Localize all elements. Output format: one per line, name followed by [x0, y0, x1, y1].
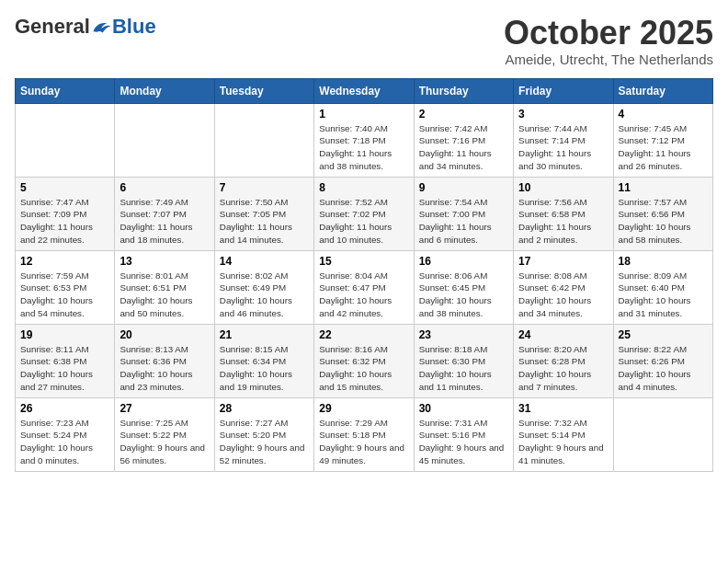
calendar-cell: 7Sunrise: 7:50 AMSunset: 7:05 PMDaylight…	[214, 177, 313, 250]
calendar-cell: 11Sunrise: 7:57 AMSunset: 6:56 PMDayligh…	[613, 177, 712, 250]
logo-blue-text: Blue	[112, 15, 156, 39]
calendar-cell: 16Sunrise: 8:06 AMSunset: 6:45 PMDayligh…	[414, 250, 513, 324]
day-info: Sunrise: 8:01 AMSunset: 6:51 PMDaylight:…	[119, 270, 209, 320]
calendar-cell: 10Sunrise: 7:56 AMSunset: 6:58 PMDayligh…	[514, 177, 613, 250]
day-number: 4	[619, 108, 708, 121]
day-number: 20	[119, 328, 209, 341]
day-number: 19	[20, 328, 109, 341]
weekday-header-monday: Monday	[115, 78, 214, 103]
day-number: 6	[119, 181, 209, 194]
calendar-week-row: 12Sunrise: 7:59 AMSunset: 6:53 PMDayligh…	[16, 250, 713, 324]
day-info: Sunrise: 7:45 AMSunset: 7:12 PMDaylight:…	[619, 122, 708, 173]
calendar-cell: 8Sunrise: 7:52 AMSunset: 7:02 PMDaylight…	[314, 177, 414, 250]
day-number: 11	[619, 181, 708, 194]
calendar-cell: 29Sunrise: 7:29 AMSunset: 5:18 PMDayligh…	[314, 397, 414, 471]
weekday-header-tuesday: Tuesday	[214, 78, 313, 103]
page-header: General Blue October 2025 Ameide, Utrech…	[15, 15, 713, 67]
day-info: Sunrise: 7:27 AMSunset: 5:20 PMDaylight:…	[220, 417, 309, 467]
calendar-cell: 1Sunrise: 7:40 AMSunset: 7:18 PMDaylight…	[314, 103, 414, 177]
calendar-cell	[214, 103, 313, 177]
calendar-cell: 27Sunrise: 7:25 AMSunset: 5:22 PMDayligh…	[115, 397, 214, 471]
calendar-cell: 19Sunrise: 8:11 AMSunset: 6:38 PMDayligh…	[16, 324, 115, 397]
day-number: 5	[20, 181, 109, 194]
day-number: 31	[518, 402, 608, 415]
day-info: Sunrise: 8:08 AMSunset: 6:42 PMDaylight:…	[518, 270, 608, 320]
day-info: Sunrise: 7:29 AMSunset: 5:18 PMDaylight:…	[319, 417, 408, 467]
day-number: 16	[419, 255, 508, 268]
day-info: Sunrise: 7:42 AMSunset: 7:16 PMDaylight:…	[419, 122, 508, 173]
day-number: 25	[619, 328, 708, 341]
day-info: Sunrise: 8:02 AMSunset: 6:49 PMDaylight:…	[220, 270, 309, 320]
day-info: Sunrise: 8:18 AMSunset: 6:30 PMDaylight:…	[419, 343, 508, 394]
calendar-week-row: 26Sunrise: 7:23 AMSunset: 5:24 PMDayligh…	[16, 397, 713, 471]
day-info: Sunrise: 7:23 AMSunset: 5:24 PMDaylight:…	[20, 417, 109, 467]
day-number: 21	[220, 328, 309, 341]
day-info: Sunrise: 7:25 AMSunset: 5:22 PMDaylight:…	[119, 417, 209, 467]
calendar-cell: 17Sunrise: 8:08 AMSunset: 6:42 PMDayligh…	[514, 250, 613, 324]
day-info: Sunrise: 7:50 AMSunset: 7:05 PMDaylight:…	[220, 196, 309, 247]
calendar-week-row: 1Sunrise: 7:40 AMSunset: 7:18 PMDaylight…	[16, 103, 713, 177]
day-number: 24	[518, 328, 608, 341]
calendar-header: SundayMondayTuesdayWednesdayThursdayFrid…	[16, 78, 713, 103]
day-info: Sunrise: 7:40 AMSunset: 7:18 PMDaylight:…	[319, 122, 408, 173]
calendar-cell: 28Sunrise: 7:27 AMSunset: 5:20 PMDayligh…	[214, 397, 313, 471]
calendar-cell: 31Sunrise: 7:32 AMSunset: 5:14 PMDayligh…	[514, 397, 613, 471]
day-number: 8	[319, 181, 408, 194]
day-number: 26	[20, 402, 109, 415]
calendar-cell: 13Sunrise: 8:01 AMSunset: 6:51 PMDayligh…	[115, 250, 214, 324]
calendar-cell	[115, 103, 214, 177]
day-info: Sunrise: 8:04 AMSunset: 6:47 PMDaylight:…	[319, 270, 408, 320]
weekday-header-saturday: Saturday	[613, 78, 712, 103]
day-number: 10	[518, 181, 608, 194]
calendar-cell: 21Sunrise: 8:15 AMSunset: 6:34 PMDayligh…	[214, 324, 313, 397]
calendar-cell: 18Sunrise: 8:09 AMSunset: 6:40 PMDayligh…	[613, 250, 712, 324]
day-number: 12	[20, 255, 109, 268]
calendar-week-row: 5Sunrise: 7:47 AMSunset: 7:09 PMDaylight…	[16, 177, 713, 250]
calendar-cell: 14Sunrise: 8:02 AMSunset: 6:49 PMDayligh…	[214, 250, 313, 324]
calendar-cell: 24Sunrise: 8:20 AMSunset: 6:28 PMDayligh…	[514, 324, 613, 397]
day-number: 9	[419, 181, 508, 194]
day-info: Sunrise: 7:44 AMSunset: 7:14 PMDaylight:…	[518, 122, 608, 173]
calendar-subtitle: Ameide, Utrecht, The Netherlands	[504, 52, 713, 67]
day-info: Sunrise: 7:32 AMSunset: 5:14 PMDaylight:…	[518, 417, 608, 467]
weekday-header-sunday: Sunday	[16, 78, 115, 103]
day-info: Sunrise: 8:20 AMSunset: 6:28 PMDaylight:…	[518, 343, 608, 394]
day-number: 23	[419, 328, 508, 341]
day-number: 7	[220, 181, 309, 194]
calendar-week-row: 19Sunrise: 8:11 AMSunset: 6:38 PMDayligh…	[16, 324, 713, 397]
calendar-cell: 12Sunrise: 7:59 AMSunset: 6:53 PMDayligh…	[16, 250, 115, 324]
logo: General Blue	[15, 15, 156, 39]
day-number: 28	[220, 402, 309, 415]
day-number: 27	[119, 402, 209, 415]
day-info: Sunrise: 7:52 AMSunset: 7:02 PMDaylight:…	[319, 196, 408, 247]
calendar-title: October 2025	[504, 15, 713, 52]
calendar-cell: 26Sunrise: 7:23 AMSunset: 5:24 PMDayligh…	[16, 397, 115, 471]
day-number: 17	[518, 255, 608, 268]
weekday-header-wednesday: Wednesday	[314, 78, 414, 103]
day-number: 30	[419, 402, 508, 415]
calendar-cell: 25Sunrise: 8:22 AMSunset: 6:26 PMDayligh…	[613, 324, 712, 397]
day-info: Sunrise: 7:31 AMSunset: 5:16 PMDaylight:…	[419, 417, 508, 467]
weekday-header-thursday: Thursday	[414, 78, 513, 103]
calendar-cell: 6Sunrise: 7:49 AMSunset: 7:07 PMDaylight…	[115, 177, 214, 250]
weekday-header-friday: Friday	[514, 78, 613, 103]
day-number: 14	[220, 255, 309, 268]
day-info: Sunrise: 8:13 AMSunset: 6:36 PMDaylight:…	[119, 343, 209, 394]
day-number: 18	[619, 255, 708, 268]
day-info: Sunrise: 7:47 AMSunset: 7:09 PMDaylight:…	[20, 196, 109, 247]
day-info: Sunrise: 7:59 AMSunset: 6:53 PMDaylight:…	[20, 270, 109, 320]
calendar-cell: 3Sunrise: 7:44 AMSunset: 7:14 PMDaylight…	[514, 103, 613, 177]
logo-general-text: General	[15, 15, 90, 39]
day-info: Sunrise: 8:06 AMSunset: 6:45 PMDaylight:…	[419, 270, 508, 320]
title-block: October 2025 Ameide, Utrecht, The Nether…	[504, 15, 713, 67]
calendar-cell: 22Sunrise: 8:16 AMSunset: 6:32 PMDayligh…	[314, 324, 414, 397]
calendar-body: 1Sunrise: 7:40 AMSunset: 7:18 PMDaylight…	[16, 103, 713, 471]
day-info: Sunrise: 7:54 AMSunset: 7:00 PMDaylight:…	[419, 196, 508, 247]
day-number: 29	[319, 402, 408, 415]
calendar-cell: 20Sunrise: 8:13 AMSunset: 6:36 PMDayligh…	[115, 324, 214, 397]
calendar-cell: 23Sunrise: 8:18 AMSunset: 6:30 PMDayligh…	[414, 324, 513, 397]
day-number: 2	[419, 108, 508, 121]
day-number: 15	[319, 255, 408, 268]
day-info: Sunrise: 8:15 AMSunset: 6:34 PMDaylight:…	[220, 343, 309, 394]
day-number: 22	[319, 328, 408, 341]
